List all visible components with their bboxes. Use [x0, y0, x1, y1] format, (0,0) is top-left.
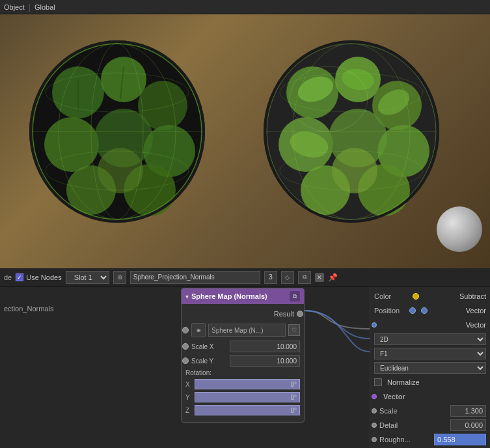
close-icon: ✕ — [317, 274, 322, 281]
x-axis-label: X — [185, 381, 193, 388]
detail-value-field[interactable]: 0.000 — [450, 419, 486, 431]
collapse-arrow-icon: ▾ — [185, 293, 189, 300]
mode-label: Object — [4, 3, 25, 11]
left-node-label: ection_Normals — [4, 305, 53, 313]
rotation-z-row: Z 0° — [182, 404, 304, 417]
2d-dropdown-row: 2D — [370, 332, 490, 346]
y-axis-label: Y — [185, 394, 193, 401]
roughness-prop-label: Roughn... — [379, 436, 431, 443]
normalize-label: Normalize — [387, 378, 420, 386]
scale-y-field[interactable]: 10.000 — [230, 355, 300, 367]
node-body: Result ⊕ Sphere Map (N...) ♡ — [182, 304, 304, 422]
position-vector-row: Position Vector — [370, 303, 490, 318]
normalize-row: Normalize — [370, 375, 490, 389]
z-axis-label: Z — [185, 407, 193, 414]
roughness-value-field[interactable]: 0.558 — [434, 434, 486, 445]
scale-y-label: Scale Y — [191, 357, 227, 365]
node-editor: ection_Normals ▾ Sphere Map (Normals) ⧉ — [0, 287, 490, 448]
sphere-left — [20, 27, 215, 236]
sphere-name-display: Sphere Map (N...) — [208, 324, 286, 337]
detail-row: Detail 0.000 — [370, 418, 490, 432]
slot-dropdown[interactable]: Slot 1 — [66, 271, 109, 284]
scale-x-socket[interactable] — [182, 343, 189, 350]
material-name-field: Sphere_Projection_Normals — [130, 271, 260, 284]
rotation-x-input[interactable]: 0° — [195, 379, 300, 389]
divider1: | — [29, 3, 31, 12]
svg-point-30 — [332, 148, 377, 193]
scale-y-socket[interactable] — [182, 357, 189, 364]
viewport — [0, 14, 490, 268]
use-nodes-toggle[interactable]: ✓ Use Nodes — [16, 273, 61, 281]
color-label: Color — [374, 292, 410, 300]
2d-dropdown[interactable]: 2D — [374, 333, 486, 345]
svg-point-3 — [101, 57, 146, 102]
sphere-small — [437, 206, 482, 252]
close-icon-btn[interactable]: ✕ — [315, 273, 324, 282]
node-sphere-map: ▾ Sphere Map (Normals) ⧉ Result ⊕ — [181, 288, 305, 423]
node-title: Sphere Map (Normals) — [191, 292, 267, 300]
copy-icon: ⧉ — [303, 273, 306, 281]
node-copy-btn[interactable]: ⧉ — [290, 291, 300, 301]
svg-point-5 — [44, 117, 99, 172]
rotation-label: Rotation: — [182, 368, 304, 378]
bottom-panel: de ✓ Use Nodes Slot 1 ⊕ Sphere_Projectio… — [0, 268, 490, 448]
output-result-label: Result — [274, 310, 294, 318]
position-socket2[interactable] — [421, 307, 428, 314]
globe-icon: ⊕ — [117, 273, 122, 281]
copy-icon-btn[interactable]: ⧉ — [298, 271, 311, 284]
globe-icon-btn[interactable]: ⊕ — [113, 271, 126, 284]
svg-point-10 — [98, 148, 143, 193]
scale-row: Scale 1.300 — [370, 404, 490, 418]
scale-x-field[interactable]: 10.000 — [230, 341, 300, 352]
sphere-left-svg — [20, 27, 215, 236]
sphere-right — [254, 27, 449, 236]
favorite-btn[interactable]: ♡ — [288, 324, 300, 336]
rotation-z-input[interactable]: 0° — [195, 405, 300, 415]
node-copy-icon: ⧉ — [293, 293, 297, 300]
pin-icon[interactable]: 📌 — [328, 273, 338, 282]
globe-small-icon: ⊕ — [197, 328, 201, 333]
input-socket-sphere[interactable] — [182, 327, 189, 333]
right-properties-panel: Color Subtract Position Vector Vector — [370, 287, 490, 448]
position-label: Position — [374, 307, 407, 315]
output-result-row: Result — [182, 307, 304, 321]
transform-label: Global — [34, 3, 55, 11]
use-nodes-checkbox[interactable]: ✓ — [16, 273, 23, 281]
sphere-icon-row: ⊕ Sphere Map (N...) ♡ — [182, 321, 304, 339]
vector2-row: Vector — [370, 318, 490, 332]
check-icon: ✓ — [17, 274, 22, 281]
node-header[interactable]: ▾ Sphere Map (Normals) ⧉ — [182, 288, 304, 304]
vector-section-socket[interactable] — [372, 394, 377, 399]
node-count: 3 — [264, 271, 277, 284]
node-header-left: ▾ Sphere Map (Normals) — [185, 292, 267, 300]
scale-x-row: Scale X 10.000 — [182, 339, 304, 354]
material-name-left: de — [4, 273, 12, 281]
scale-y-row: Scale Y 10.000 — [182, 354, 304, 368]
material-toolbar: de ✓ Use Nodes Slot 1 ⊕ Sphere_Projectio… — [0, 268, 490, 287]
roughness-socket[interactable] — [372, 437, 377, 442]
euclidean-dropdown[interactable]: Euclidean — [374, 362, 486, 374]
rotation-y-input[interactable]: 0° — [195, 392, 300, 402]
heart-icon: ♡ — [292, 327, 297, 333]
vector-label1: Vector — [466, 307, 486, 315]
scale-socket[interactable] — [372, 408, 377, 413]
use-nodes-label: Use Nodes — [26, 273, 61, 281]
output-socket-result[interactable] — [297, 311, 303, 317]
color-subtract-row: Color Subtract — [370, 289, 490, 303]
normalize-checkbox[interactable] — [374, 378, 382, 386]
detail-socket[interactable] — [372, 423, 377, 428]
subtract-label: Subtract — [459, 292, 486, 300]
position-socket[interactable] — [409, 307, 416, 314]
f1-dropdown[interactable]: F1 — [374, 348, 486, 359]
shield-icon: ◇ — [285, 274, 290, 281]
color-socket[interactable] — [413, 293, 419, 300]
scale-value-field[interactable]: 1.300 — [450, 405, 486, 417]
top-toolbar: Object | Global — [0, 0, 490, 14]
vector2-socket[interactable] — [372, 322, 377, 328]
vector-section-label: Vector — [379, 391, 409, 402]
scale-prop-label: Scale — [379, 407, 448, 415]
euclidean-dropdown-row: Euclidean — [370, 361, 490, 375]
rotation-x-row: X 0° — [182, 378, 304, 391]
shield-icon-btn[interactable]: ◇ — [281, 271, 294, 284]
roughness-row: Roughn... 0.558 — [370, 432, 490, 447]
